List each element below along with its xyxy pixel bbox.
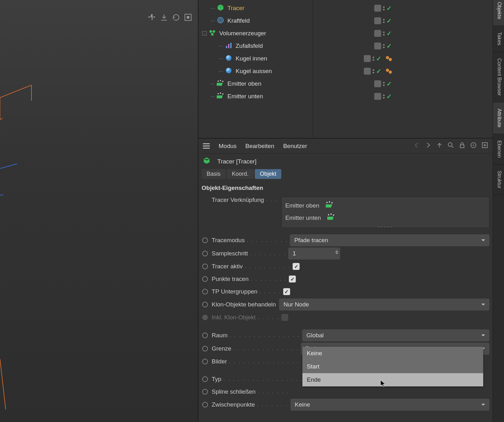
section-heading: Objekt-Eigenschaften: [198, 181, 493, 196]
vtab-takes[interactable]: Takes: [493, 26, 504, 52]
param-bullet[interactable]: [202, 333, 208, 338]
sampleschritt-input[interactable]: 1: [288, 248, 340, 259]
object-label[interactable]: Kugel innen: [236, 55, 267, 62]
target-icon[interactable]: [470, 142, 477, 150]
visibility-dots[interactable]: [383, 44, 385, 48]
nav-fwd-icon[interactable]: [425, 142, 432, 150]
object-manager[interactable]: Tracer✓Kraftfeld✓-Volumenerzeuger✓Zufall…: [198, 0, 493, 139]
nav-back-icon[interactable]: [413, 142, 420, 150]
nav-up-icon[interactable]: [436, 142, 443, 150]
enable-check-icon[interactable]: ✓: [376, 55, 381, 62]
object-row[interactable]: Emitter unten✓: [198, 90, 493, 103]
param-bullet[interactable]: [202, 289, 208, 294]
link-item[interactable]: Emitter unten: [285, 212, 485, 224]
tag-icon[interactable]: [389, 71, 392, 74]
param-bullet[interactable]: [202, 276, 208, 282]
frame-tool-icon[interactable]: [184, 13, 192, 23]
raum-dropdown[interactable]: Global: [302, 329, 490, 341]
object-label[interactable]: Tracer: [227, 5, 244, 12]
viewport[interactable]: [0, 0, 198, 422]
object-row[interactable]: Tracer✓: [198, 2, 493, 14]
object-label[interactable]: Kraftfeld: [227, 17, 250, 24]
label-sampleschritt: Sampleschritt: [212, 250, 248, 257]
layer-toggle[interactable]: [374, 80, 381, 87]
object-label[interactable]: Kugel aussen: [236, 68, 272, 75]
menu-modus[interactable]: Modus: [219, 143, 237, 150]
menu-icon[interactable]: [203, 143, 210, 149]
object-row[interactable]: Zufallsfeld✓: [198, 40, 493, 52]
tp-untergruppen-checkbox[interactable]: ✓: [283, 288, 290, 295]
vtab-objekte[interactable]: Objekte: [493, 0, 504, 26]
klon-objekte-dropdown[interactable]: Nur Node: [279, 299, 490, 311]
dropdown-option-start[interactable]: Start: [302, 360, 483, 373]
visibility-dots[interactable]: [383, 31, 385, 36]
punkte-tracen-checkbox[interactable]: ✓: [289, 276, 296, 282]
refresh-tool-icon[interactable]: [172, 13, 180, 23]
object-row[interactable]: Emitter oben✓: [198, 77, 493, 90]
param-bullet[interactable]: [202, 346, 208, 351]
vtab-struktur[interactable]: Struktur: [493, 164, 504, 195]
svg-point-26: [326, 202, 328, 203]
enable-check-icon[interactable]: ✓: [387, 4, 392, 12]
menu-benutzer[interactable]: Benutzer: [283, 143, 307, 150]
object-label[interactable]: Zufallsfeld: [236, 43, 263, 49]
enable-check-icon[interactable]: ✓: [387, 80, 392, 88]
visibility-dots[interactable]: [373, 69, 374, 73]
layer-toggle[interactable]: [374, 30, 381, 37]
grenze-dropdown-menu[interactable]: Keine Start Ende: [302, 347, 483, 386]
visibility-dots[interactable]: [383, 82, 385, 86]
tab-koord[interactable]: Koord.: [227, 169, 254, 179]
param-bullet[interactable]: [202, 237, 208, 243]
tab-basis[interactable]: Basis: [202, 169, 226, 179]
layer-toggle[interactable]: [374, 5, 381, 12]
tracer-link-field[interactable]: Emitter oben Emitter unten • • • • •: [281, 197, 490, 228]
param-bullet[interactable]: [202, 302, 208, 307]
layer-toggle[interactable]: [374, 93, 381, 100]
zwischenpunkte-dropdown[interactable]: Keine: [290, 399, 490, 411]
param-bullet[interactable]: [202, 376, 208, 382]
object-label[interactable]: Emitter oben: [227, 80, 261, 87]
lock-icon[interactable]: [459, 142, 466, 150]
enable-check-icon[interactable]: ✓: [387, 42, 392, 50]
object-label[interactable]: Emitter unten: [227, 93, 263, 100]
enable-check-icon[interactable]: ✓: [387, 93, 392, 100]
vtab-attribute[interactable]: Attribute: [493, 102, 504, 134]
tag-icon[interactable]: [389, 58, 392, 61]
visibility-dots[interactable]: [373, 57, 374, 61]
enable-check-icon[interactable]: ✓: [387, 17, 392, 25]
dropdown-option-ende[interactable]: Ende: [302, 373, 483, 386]
visibility-dots[interactable]: [383, 19, 385, 23]
add-panel-icon[interactable]: [481, 142, 488, 150]
object-row[interactable]: Kraftfeld✓: [198, 14, 493, 27]
object-row[interactable]: Kugel innen✓: [198, 52, 493, 65]
tab-objekt[interactable]: Objekt: [255, 169, 281, 179]
enable-check-icon[interactable]: ✓: [376, 67, 381, 75]
visibility-dots[interactable]: [383, 6, 385, 10]
enable-check-icon[interactable]: ✓: [387, 30, 392, 37]
param-bullet[interactable]: [202, 402, 208, 408]
layer-toggle[interactable]: [364, 55, 371, 62]
layer-toggle[interactable]: [364, 68, 371, 75]
layer-toggle[interactable]: [374, 43, 381, 49]
vtab-ebenen[interactable]: Ebenen: [493, 134, 504, 164]
object-label[interactable]: Volumenerzeuger: [219, 30, 266, 37]
visibility-dots[interactable]: [383, 94, 385, 99]
move-tool-icon[interactable]: [148, 13, 156, 23]
param-bullet[interactable]: [202, 359, 208, 364]
dropdown-option-keine[interactable]: Keine: [302, 347, 483, 360]
tracemodus-dropdown[interactable]: Pfade tracen: [290, 234, 490, 246]
link-item[interactable]: Emitter oben: [285, 199, 485, 212]
vtab-content-browser[interactable]: Content Browser: [493, 52, 504, 102]
down-tool-icon[interactable]: [160, 13, 168, 23]
param-bullet[interactable]: [202, 389, 208, 395]
object-row[interactable]: Kugel aussen✓: [198, 65, 493, 77]
menu-bearbeiten[interactable]: Bearbeiten: [245, 143, 274, 150]
param-bullet[interactable]: [202, 251, 208, 256]
param-bullet[interactable]: [202, 264, 208, 269]
label-punkte-tracen: Punkte tracen: [212, 276, 249, 282]
tracer-aktiv-checkbox[interactable]: ✓: [293, 263, 300, 270]
layer-toggle[interactable]: [374, 17, 381, 24]
object-row[interactable]: -Volumenerzeuger✓: [198, 27, 493, 40]
tree-expander[interactable]: -: [202, 31, 207, 36]
search-icon[interactable]: [447, 142, 454, 150]
